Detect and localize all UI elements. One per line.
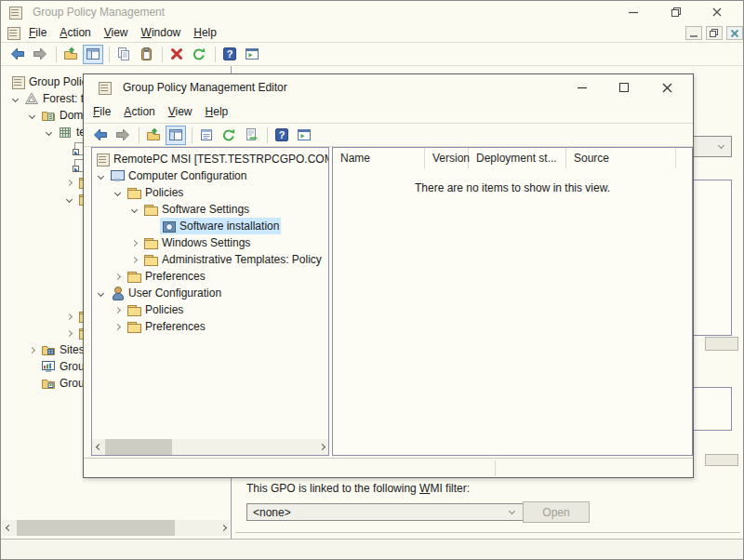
mdi-close-button[interactable]: [726, 26, 743, 40]
editor-menu-help[interactable]: Help: [199, 102, 235, 121]
tree-item-software-installation[interactable]: Software installation: [145, 218, 281, 234]
open-button[interactable]: Open: [523, 501, 590, 523]
scroll-left-icon[interactable]: [92, 439, 105, 455]
editor-tree-hscrollbar[interactable]: [92, 439, 328, 455]
expander[interactable]: [26, 343, 37, 356]
tree-item-software-settings[interactable]: Software Settings: [128, 201, 249, 218]
help-icon[interactable]: ?: [219, 45, 240, 64]
main-minimize-button[interactable]: [620, 4, 646, 20]
editor-menu-action[interactable]: Action: [117, 102, 161, 121]
tree-item-user-preferences[interactable]: Preferences: [112, 318, 206, 335]
tree-item-group-policy-results[interactable]: Grou: [41, 375, 85, 392]
tree-item-forest[interactable]: Forest: te: [9, 90, 90, 107]
tree-item-policies[interactable]: Policies: [112, 184, 183, 201]
expander[interactable]: [112, 270, 123, 283]
paste-icon[interactable]: [136, 45, 156, 64]
main-restore-button[interactable]: [663, 4, 689, 20]
main-close-button[interactable]: [704, 4, 730, 20]
menu-help[interactable]: Help: [187, 23, 223, 42]
tree-label: Administrative Templates: Policy: [162, 253, 322, 266]
editor-menu-file[interactable]: File: [86, 102, 117, 121]
back-icon[interactable]: [90, 126, 111, 145]
tree-item-domain[interactable]: te: [43, 124, 86, 140]
expander[interactable]: [63, 310, 74, 323]
forward-icon[interactable]: [30, 45, 50, 64]
menu-action[interactable]: Action: [53, 23, 97, 42]
expander[interactable]: [63, 193, 74, 206]
tree-item-user-policies[interactable]: Policies: [112, 301, 183, 318]
wmi-filter-combo[interactable]: <none>: [246, 503, 525, 521]
scroll-right-icon[interactable]: [315, 439, 328, 455]
back-icon[interactable]: [7, 45, 28, 64]
menu-view[interactable]: View: [98, 23, 135, 42]
expander[interactable]: [112, 320, 123, 333]
tree-item-preferences[interactable]: Preferences: [112, 268, 206, 285]
folder-icon: [126, 319, 141, 334]
delete-icon[interactable]: [166, 45, 187, 64]
expander[interactable]: [43, 126, 54, 139]
tree-item-windows-settings[interactable]: Windows Settings: [128, 234, 250, 251]
svg-text:?: ?: [227, 48, 233, 60]
toolbar-separator: [139, 127, 140, 143]
forward-icon[interactable]: [113, 126, 133, 145]
scrollbar-thumb[interactable]: [105, 439, 172, 455]
main-window-title: Group Policy Management: [33, 6, 165, 19]
partial-button[interactable]: [705, 454, 738, 466]
main-tree-hscrollbar[interactable]: [2, 520, 230, 536]
tree-item-domains[interactable]: Dom: [26, 107, 83, 124]
editor-maximize-button[interactable]: [611, 79, 637, 96]
expander[interactable]: [26, 109, 37, 122]
export-list-icon[interactable]: [241, 126, 261, 145]
editor-minimize-button[interactable]: [569, 79, 595, 96]
new-window-icon[interactable]: [294, 126, 314, 145]
expander[interactable]: [112, 303, 123, 316]
editor-close-button[interactable]: [654, 79, 680, 96]
console-tree-icon[interactable]: [83, 45, 103, 64]
menu-window[interactable]: Window: [135, 23, 188, 42]
tree-item-group-policy-modeling[interactable]: Grou: [41, 358, 85, 375]
expander[interactable]: [128, 236, 140, 249]
tree-item-user-configuration[interactable]: User Configuration: [95, 285, 221, 301]
editor-menu-view[interactable]: View: [162, 102, 199, 121]
expander[interactable]: [95, 169, 106, 182]
column-header-deployment-state[interactable]: Deployment st...: [469, 148, 566, 168]
link-order-combo[interactable]: [689, 136, 732, 157]
menu-file[interactable]: File: [22, 23, 53, 42]
scroll-right-icon[interactable]: [217, 520, 230, 536]
editor-tree-panel: RemotePC MSI [TEST.TESTRPCGPO.COM] P Com…: [91, 147, 329, 456]
tree-label: Software Settings: [162, 203, 249, 216]
scroll-left-icon[interactable]: [2, 520, 15, 536]
scrollbar-thumb[interactable]: [17, 520, 175, 536]
expander[interactable]: [128, 203, 140, 216]
expander[interactable]: [112, 186, 123, 199]
tree-label: Dom: [60, 109, 83, 122]
column-header-name[interactable]: Name: [333, 148, 425, 168]
export-folder-icon[interactable]: [60, 45, 81, 64]
mdi-minimize-button[interactable]: [685, 26, 702, 40]
refresh-icon[interactable]: [189, 45, 209, 64]
new-window-icon[interactable]: [242, 45, 262, 64]
expander[interactable]: [128, 253, 140, 266]
column-header-source[interactable]: Source: [566, 148, 676, 168]
mdi-restore-button[interactable]: [706, 26, 723, 40]
expander[interactable]: [63, 176, 74, 189]
expander[interactable]: [95, 287, 106, 300]
tree-item-computer-configuration[interactable]: Computer Configuration: [95, 167, 246, 184]
tree-item-sites[interactable]: Sites: [26, 341, 85, 358]
expander[interactable]: [63, 327, 74, 340]
column-header-version[interactable]: Version: [425, 148, 469, 168]
export-folder-icon[interactable]: [143, 126, 164, 145]
tree-item-administrative-templates[interactable]: Administrative Templates: Policy: [128, 251, 322, 268]
tree-item-group-policy-root[interactable]: Group Policy: [10, 73, 93, 90]
help-icon[interactable]: ?: [272, 126, 292, 145]
tree-item-gpo-root[interactable]: RemotePC MSI [TEST.TESTRPCGPO.COM] P: [95, 151, 329, 167]
properties-icon[interactable]: [196, 126, 217, 145]
main-statusbar: [1, 539, 743, 560]
refresh-icon[interactable]: [219, 126, 239, 145]
partial-button[interactable]: [705, 337, 738, 351]
domains-icon: [41, 108, 56, 123]
expander[interactable]: [9, 92, 20, 105]
copy-icon[interactable]: [113, 45, 134, 64]
console-tree-icon[interactable]: [166, 126, 186, 145]
group-policy-management-editor-window: Group Policy Management Editor File Acti…: [83, 73, 694, 478]
